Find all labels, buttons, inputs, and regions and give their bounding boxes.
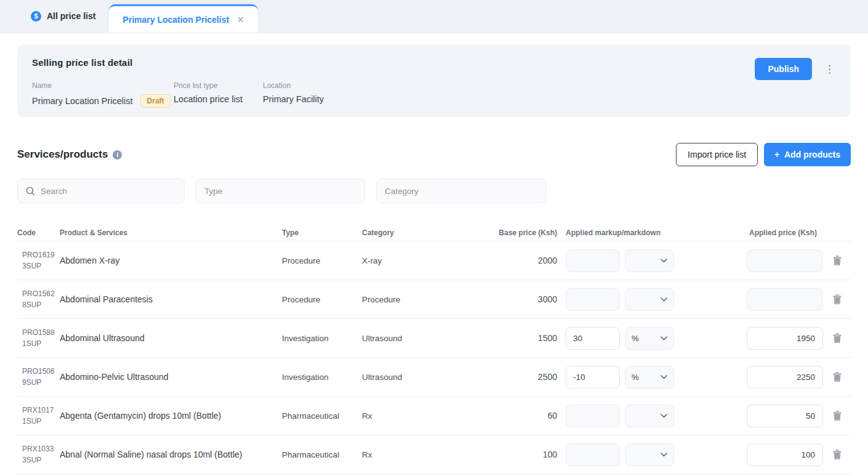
cell-type: Procedure [282,256,362,265]
cell-base-price: 2500 [456,372,557,382]
location-value: Primary Facility [263,94,324,104]
field-price-list-type: Price list type Location price list [174,81,263,108]
cell-product-name: Abnal (Normal Saline) nasal drops 10ml (… [60,450,282,459]
tab-all-price-list[interactable]: $ All price list [17,0,109,33]
markup-input[interactable] [566,327,620,350]
cell-base-price: 60 [456,411,557,421]
field-label: Name [32,81,174,90]
cell-type: Procedure [282,295,362,304]
cell-code: PRX10171SUP [17,405,60,427]
cell-category: Procedure [362,295,456,304]
cell-category: Ultrasound [362,373,456,382]
table-row: PRO16193SUP Abdomen X-ray Procedure X-ra… [17,241,851,280]
cell-category: Ultrasound [362,334,456,343]
trash-icon [833,294,842,304]
price-list-name: Primary Location Pricelist [32,96,133,106]
tab-label: Primary Location Pricelist [123,15,229,25]
table-header: Code Product & Services Type Category Ba… [17,224,851,241]
table-row: PRO15069SUP Abdomino-Pelvic Ultrasound I… [17,358,851,397]
delete-row-button[interactable] [823,372,851,382]
table-row: PRO15881SUP Abdominal Ultrasound Investi… [17,319,851,358]
close-icon[interactable]: ✕ [237,15,244,25]
markup-unit-select[interactable] [625,288,674,311]
markup-unit-select[interactable] [625,405,674,427]
col-base-price: Base price (Ksh) [456,228,557,237]
col-code: Code [17,228,60,237]
cell-base-price: 100 [456,450,557,459]
filters-row [17,179,851,203]
cell-code: PRO15881SUP [17,327,60,349]
category-filter-input[interactable] [385,187,537,196]
chevron-down-icon [661,414,667,418]
delete-row-button[interactable] [823,450,851,459]
trash-icon [833,411,842,421]
search-box [17,179,185,203]
applied-price-input[interactable] [747,327,823,350]
tab-label: All price list [47,11,95,21]
detail-fields: Name Primary Location Pricelist Draft Pr… [32,81,836,108]
markup-input[interactable] [566,249,620,272]
add-products-button[interactable]: + Add products [764,143,851,166]
delete-row-button[interactable] [823,256,851,265]
delete-row-button[interactable] [823,294,851,304]
card-actions: Publish ⋮ [755,58,838,80]
cell-product-name: Abdominal Paracentesis [60,294,282,304]
cell-type: Pharmaceutical [282,411,362,421]
markup-unit-select[interactable]: % [625,327,674,350]
type-filter-input[interactable] [204,187,356,196]
markup-input[interactable] [566,288,620,311]
price-list-detail-card: Selling price list detail Name Primary L… [17,44,851,117]
markup-unit-select[interactable] [625,443,674,466]
markup-unit-select[interactable] [625,249,674,272]
field-name: Name Primary Location Pricelist Draft [32,81,174,108]
trash-icon [833,333,842,343]
cell-base-price: 3000 [456,294,557,304]
field-label: Price list type [174,81,263,90]
price-list-type: Location price list [174,94,263,104]
applied-price-input[interactable] [747,443,823,466]
cell-product-name: Abgenta (Gentamycin) drops 10ml (Bottle) [60,411,282,421]
markup-input[interactable] [566,405,620,427]
cell-category: Rx [362,411,456,421]
tab-bar: $ All price list Primary Location Pricel… [0,0,868,33]
cell-type: Investigation [282,334,362,343]
table-body: PRO16193SUP Abdomen X-ray Procedure X-ra… [17,241,851,474]
import-price-list-button[interactable]: Import price list [676,143,758,166]
applied-price-input[interactable] [747,288,823,311]
publish-button[interactable]: Publish [755,58,812,80]
applied-price-input[interactable] [747,249,823,272]
card-title: Selling price list detail [32,57,836,68]
services-section-header: Services/products i Import price list + … [17,143,851,166]
trash-icon [833,372,842,382]
chevron-down-icon [661,453,667,457]
cell-product-name: Abdomino-Pelvic Ultrasound [60,372,282,382]
trash-icon [833,450,842,459]
col-type: Type [282,228,362,237]
cell-product-name: Abdominal Ultrasound [60,333,282,343]
delete-row-button[interactable] [823,333,851,343]
type-filter [196,179,365,203]
applied-price-input[interactable] [747,366,823,389]
applied-price-input[interactable] [747,405,823,427]
markup-unit-value: % [632,334,661,343]
chevron-down-icon [661,297,667,302]
search-input[interactable] [41,187,176,196]
cell-code: PRO16193SUP [17,249,60,272]
products-table: Code Product & Services Type Category Ba… [17,224,851,474]
tab-primary-location-pricelist[interactable]: Primary Location Pricelist ✕ [109,4,257,33]
markup-input[interactable] [566,366,620,389]
info-icon[interactable]: i [113,150,122,159]
kebab-menu-icon[interactable]: ⋮ [821,62,838,77]
trash-icon [833,256,842,265]
chevron-down-icon [661,336,667,341]
col-category: Category [362,228,456,237]
cell-code: PRX10333SUP [17,443,60,466]
cell-category: Rx [362,450,456,459]
field-label: Location [263,81,324,90]
cell-product-name: Abdomen X-ray [60,256,282,265]
table-row: PRX10171SUP Abgenta (Gentamycin) drops 1… [17,397,851,435]
markup-unit-select[interactable]: % [625,366,674,389]
col-product-services: Product & Services [60,228,282,237]
markup-input[interactable] [566,443,620,466]
delete-row-button[interactable] [823,411,851,421]
